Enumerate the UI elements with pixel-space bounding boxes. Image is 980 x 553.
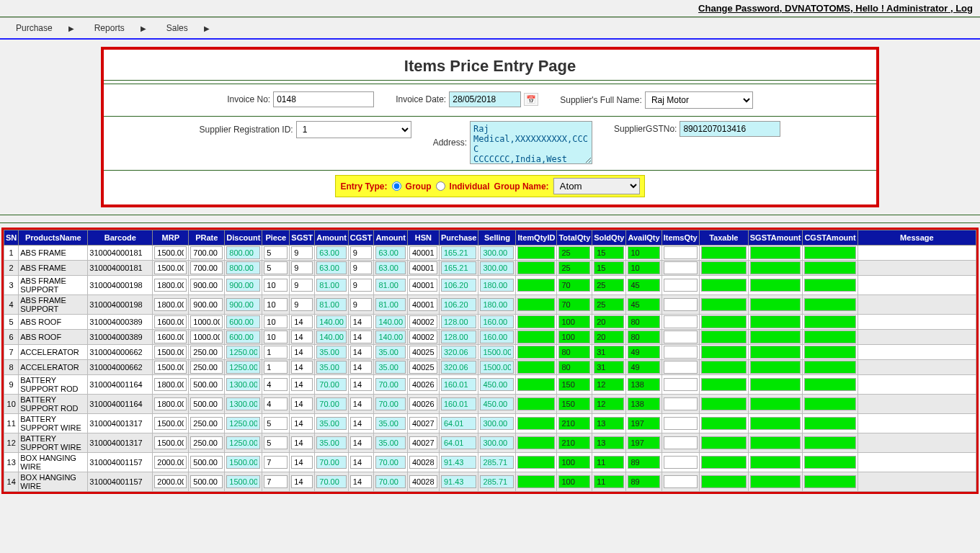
grid-cell-input[interactable] <box>291 397 313 410</box>
grid-cell-input[interactable] <box>226 279 260 292</box>
grid-cell-input[interactable] <box>750 279 801 292</box>
grid-cell-input[interactable] <box>190 246 223 259</box>
grid-cell-input[interactable] <box>804 246 855 259</box>
grid-cell-input[interactable] <box>350 417 373 430</box>
col-message[interactable]: Message <box>858 230 976 246</box>
grid-cell-input[interactable] <box>409 456 437 469</box>
grid-cell-input[interactable] <box>350 279 373 292</box>
grid-cell-input[interactable] <box>664 436 698 449</box>
grid-cell-input[interactable] <box>409 298 437 311</box>
grid-cell-input[interactable] <box>804 436 855 449</box>
grid-cell-input[interactable] <box>750 436 801 449</box>
grid-cell-input[interactable] <box>804 456 855 469</box>
grid-cell-input[interactable] <box>628 456 659 469</box>
grid-cell-input[interactable] <box>190 261 223 274</box>
grid-cell-input[interactable] <box>190 397 223 410</box>
grid-cell-input[interactable] <box>409 397 437 410</box>
grid-cell-input[interactable] <box>190 436 223 449</box>
grid-cell-input[interactable] <box>291 378 313 391</box>
grid-cell-input[interactable] <box>517 475 555 488</box>
grid-cell-input[interactable] <box>190 475 223 488</box>
grid-cell-input[interactable] <box>409 361 437 374</box>
grid-cell-input[interactable] <box>804 298 855 311</box>
grid-cell-input[interactable] <box>316 436 347 449</box>
grid-cell-input[interactable] <box>701 378 747 391</box>
grid-cell-input[interactable] <box>750 298 801 311</box>
grid-cell-input[interactable] <box>701 261 747 274</box>
grid-cell-input[interactable] <box>558 397 590 410</box>
grid-cell-input[interactable] <box>628 417 659 430</box>
grid-cell-input[interactable] <box>517 456 555 469</box>
grid-cell-input[interactable] <box>316 417 347 430</box>
grid-cell-input[interactable] <box>628 346 659 359</box>
invoice-no-input[interactable] <box>273 91 374 107</box>
grid-cell-input[interactable] <box>154 361 187 374</box>
entry-type-individual-radio[interactable] <box>436 181 445 191</box>
grid-cell-input[interactable] <box>517 246 555 259</box>
grid-cell-input[interactable] <box>190 378 223 391</box>
grid-cell-input[interactable] <box>441 417 477 430</box>
grid-cell-input[interactable] <box>226 261 260 274</box>
grid-cell-input[interactable] <box>750 246 801 259</box>
grid-cell-input[interactable] <box>375 261 406 274</box>
grid-cell-input[interactable] <box>517 417 555 430</box>
grid-cell-input[interactable] <box>350 315 373 328</box>
grid-cell-input[interactable] <box>701 456 747 469</box>
grid-cell-input[interactable] <box>750 475 801 488</box>
grid-cell-input[interactable] <box>291 315 313 328</box>
grid-cell-input[interactable] <box>750 456 801 469</box>
grid-cell-input[interactable] <box>291 246 313 259</box>
grid-cell-input[interactable] <box>441 475 477 488</box>
grid-cell-input[interactable] <box>226 331 260 343</box>
col-discount[interactable]: Discount <box>225 230 262 246</box>
grid-cell-input[interactable] <box>804 378 855 391</box>
grid-cell-input[interactable] <box>517 315 555 328</box>
grid-cell-input[interactable] <box>628 315 659 328</box>
grid-cell-input[interactable] <box>804 261 855 274</box>
grid-cell-input[interactable] <box>154 346 187 359</box>
grid-cell-input[interactable] <box>558 331 590 343</box>
grid-cell-input[interactable] <box>226 397 260 410</box>
grid-cell-input[interactable] <box>594 315 624 328</box>
grid-cell-input[interactable] <box>375 279 406 292</box>
grid-cell-input[interactable] <box>154 261 187 274</box>
grid-cell-input[interactable] <box>441 246 477 259</box>
grid-cell-input[interactable] <box>750 361 801 374</box>
group-name-select[interactable]: Atom <box>553 178 640 194</box>
grid-cell-input[interactable] <box>316 331 347 343</box>
col-itemqtyid[interactable]: ItemQtyID <box>516 230 557 246</box>
grid-cell-input[interactable] <box>316 279 347 292</box>
col-prate[interactable]: PRate <box>189 230 225 246</box>
grid-cell-input[interactable] <box>480 475 514 488</box>
invoice-date-input[interactable] <box>449 91 521 107</box>
grid-cell-input[interactable] <box>316 456 347 469</box>
grid-cell-input[interactable] <box>375 315 406 328</box>
menu-purchase[interactable]: Purchase▶ <box>6 20 84 36</box>
grid-cell-input[interactable] <box>558 361 590 374</box>
grid-cell-input[interactable] <box>316 378 347 391</box>
grid-cell-input[interactable] <box>664 346 698 359</box>
col-cgstamount[interactable]: CGSTAmount <box>803 230 858 246</box>
grid-cell-input[interactable] <box>190 331 223 343</box>
grid-cell-input[interactable] <box>375 456 406 469</box>
grid-cell-input[interactable] <box>409 315 437 328</box>
grid-cell-input[interactable] <box>226 436 260 449</box>
grid-cell-input[interactable] <box>441 298 477 311</box>
grid-cell-input[interactable] <box>291 346 313 359</box>
grid-cell-input[interactable] <box>517 397 555 410</box>
grid-cell-input[interactable] <box>291 298 313 311</box>
grid-cell-input[interactable] <box>375 298 406 311</box>
grid-cell-input[interactable] <box>226 298 260 311</box>
col-mrp[interactable]: MRP <box>153 230 189 246</box>
col-amount[interactable]: Amount <box>374 230 408 246</box>
grid-cell-input[interactable] <box>517 436 555 449</box>
grid-cell-input[interactable] <box>264 456 288 469</box>
grid-cell-input[interactable] <box>594 397 624 410</box>
grid-cell-input[interactable] <box>375 346 406 359</box>
grid-cell-input[interactable] <box>628 436 659 449</box>
grid-cell-input[interactable] <box>226 378 260 391</box>
grid-cell-input[interactable] <box>594 346 624 359</box>
grid-cell-input[interactable] <box>594 361 624 374</box>
grid-cell-input[interactable] <box>409 261 437 274</box>
col-soldqty[interactable]: SoldQty <box>592 230 626 246</box>
